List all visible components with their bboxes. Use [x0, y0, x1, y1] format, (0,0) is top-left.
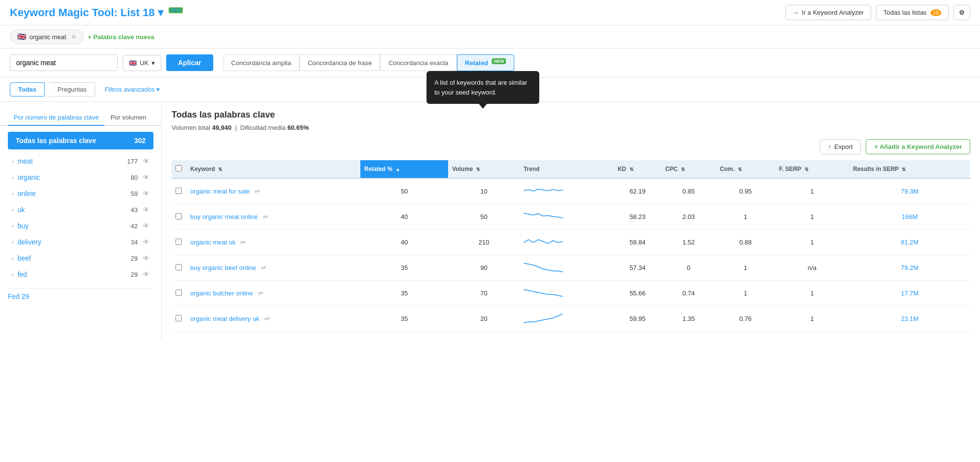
- row-checkbox-1[interactable]: [176, 213, 182, 219]
- col-keyword[interactable]: Keyword ⇅: [186, 160, 360, 178]
- eye-icon-online[interactable]: 👁: [143, 190, 150, 197]
- analyzer-button-label: Ir a Keyword Analyzer: [802, 9, 864, 16]
- apply-button[interactable]: Aplicar: [166, 54, 213, 71]
- keyword-link-0[interactable]: organic meat for sale: [190, 188, 250, 195]
- tabs-bar: 🇬🇧 organic meat ✕ + Palabra clave nueva: [0, 25, 980, 49]
- sidebar-item-label-fed: fed: [18, 270, 131, 278]
- header-left: Keyword Magic Tool: List 18 ▾ NEW: [10, 6, 183, 19]
- col-volume[interactable]: Volume ⇅: [448, 160, 520, 178]
- chevron-right-icon-6: ›: [12, 239, 14, 245]
- eye-icon-beef[interactable]: 👁: [143, 254, 150, 262]
- col-related-pct[interactable]: Related % ▲: [360, 160, 448, 178]
- analyzer-button[interactable]: → Ir a Keyword Analyzer: [785, 5, 871, 20]
- filter-icon-4[interactable]: ⇌: [258, 290, 263, 297]
- row-cpc-cell: 1.35: [661, 306, 716, 332]
- filter-icon-1[interactable]: ⇌: [263, 213, 268, 220]
- row-trend-cell: [520, 306, 614, 332]
- row-checkbox-5[interactable]: [176, 315, 182, 321]
- col-fserp[interactable]: F. SERP ⇅: [775, 160, 849, 178]
- eye-icon-meat[interactable]: 👁: [143, 157, 150, 165]
- sidebar-item-buy[interactable]: › buy 42 👁: [4, 218, 157, 234]
- eye-icon-uk[interactable]: 👁: [143, 206, 150, 214]
- filter-icon-5[interactable]: ⇌: [264, 315, 270, 322]
- row-cpc-cell: 0.74: [661, 281, 716, 306]
- list-dropdown-icon[interactable]: ▾: [158, 6, 163, 19]
- sidebar-item-uk[interactable]: › uk 43 👁: [4, 202, 157, 218]
- related-tab-label: Related: [465, 59, 488, 67]
- row-fserp-cell: 1: [775, 306, 849, 332]
- filter-icon-3[interactable]: ⇌: [261, 264, 266, 271]
- sidebar-tab-volumen[interactable]: Por volumen: [104, 110, 152, 126]
- row-results-cell: 17.7M: [849, 281, 970, 306]
- add-to-analyzer-button[interactable]: + Añadir a Keyword Analyzer: [866, 139, 970, 154]
- sidebar-item-online[interactable]: › online 59 👁: [4, 186, 157, 201]
- table-row: organic butcher online ⇌ 35 70 55.66 0.7…: [172, 281, 970, 306]
- content-title: Todas las palabras clave: [172, 110, 970, 120]
- sidebar-all-label: Todas las palabras clave: [16, 137, 96, 145]
- filtros-button[interactable]: Filtros avanzados ▾: [105, 86, 160, 93]
- close-icon[interactable]: ✕: [71, 33, 76, 41]
- results-link-5[interactable]: 23.1M: [901, 315, 918, 322]
- table-row: organic meat for sale ⇌ 50 10 62.19 0.85…: [172, 178, 970, 204]
- keyword-link-2[interactable]: organic meat uk: [190, 239, 236, 246]
- col-cpc[interactable]: CPC ⇅: [661, 160, 716, 178]
- results-link-3[interactable]: 79.2M: [901, 264, 918, 271]
- row-related-cell: 40: [360, 230, 448, 255]
- sidebar-item-meat[interactable]: › meat 177 👁: [4, 153, 157, 169]
- filter-icon-2[interactable]: ⇌: [240, 239, 246, 246]
- eye-icon-delivery[interactable]: 👁: [143, 238, 150, 246]
- table-row: buy organic meat online ⇌ 40 50 58.23 2.…: [172, 204, 970, 230]
- tab-concordancia-amplia[interactable]: Concordancia amplia: [223, 54, 300, 71]
- tab-related[interactable]: Related NEW: [457, 54, 515, 71]
- row-checkbox-2[interactable]: [176, 239, 182, 245]
- results-link-2[interactable]: 81.2M: [901, 239, 918, 246]
- keyword-link-1[interactable]: buy organic meat online: [190, 213, 258, 220]
- sidebar-tab-num-palabras[interactable]: Por número de palabras clave: [8, 110, 104, 126]
- col-kd[interactable]: KD ⇅: [614, 160, 661, 178]
- tab-concordancia-frase[interactable]: Concordancia de frase: [300, 54, 380, 71]
- row-checkbox-4[interactable]: [176, 290, 182, 296]
- eye-icon-fed[interactable]: 👁: [143, 270, 150, 278]
- row-checkbox-col: [172, 178, 186, 204]
- country-select[interactable]: 🇬🇧 UK ▾: [123, 55, 161, 71]
- row-kd-cell: 59.95: [614, 306, 661, 332]
- row-volume-cell: 50: [448, 204, 520, 230]
- keyword-tab[interactable]: 🇬🇧 organic meat ✕: [10, 29, 84, 44]
- filter-icon-0[interactable]: ⇌: [254, 188, 260, 195]
- sort-icon-results: ⇅: [902, 167, 905, 172]
- results-link-4[interactable]: 17.7M: [901, 290, 918, 297]
- preguntas-button[interactable]: Preguntas: [50, 82, 95, 97]
- sidebar-item-delivery[interactable]: › delivery 34 👁: [4, 234, 157, 250]
- eye-icon-buy[interactable]: 👁: [143, 222, 150, 230]
- keyword-link-4[interactable]: organic butcher online: [190, 290, 253, 297]
- chevron-right-icon-2: ›: [12, 174, 14, 180]
- sidebar-item-organic[interactable]: › organic 80 👁: [4, 170, 157, 185]
- todas-button[interactable]: Todas: [10, 82, 45, 97]
- results-link-1[interactable]: 166M: [902, 213, 918, 220]
- col-results[interactable]: Results in SERP ⇅: [849, 160, 970, 178]
- row-related-cell: 35: [360, 255, 448, 281]
- row-cpc-cell: 2.03: [661, 204, 716, 230]
- sidebar-item-fed[interactable]: › fed 29 👁: [4, 267, 157, 282]
- row-keyword-cell: organic meat uk ⇌: [186, 230, 360, 255]
- row-checkbox-0[interactable]: [176, 188, 182, 194]
- select-all-checkbox[interactable]: [176, 165, 182, 171]
- keyword-link-3[interactable]: buy organic beef online: [190, 264, 256, 271]
- content-actions: ↑ Export + Añadir a Keyword Analyzer: [172, 139, 970, 154]
- row-checkbox-col: [172, 204, 186, 230]
- tab-concordancia-exacta[interactable]: Concordancia exacta: [380, 54, 456, 71]
- listas-button[interactable]: Todas las listas 19: [876, 5, 949, 20]
- keyword-link-5[interactable]: organic meat delivery uk: [190, 315, 259, 322]
- row-related-cell: 50: [360, 178, 448, 204]
- gear-button[interactable]: ⚙: [954, 5, 970, 20]
- row-checkbox-3[interactable]: [176, 264, 182, 270]
- eye-icon-organic[interactable]: 👁: [143, 173, 150, 181]
- sidebar-all-row[interactable]: Todas las palabras clave 302: [8, 132, 153, 149]
- listas-count-badge: 19: [930, 9, 941, 16]
- results-link-0[interactable]: 79.3M: [901, 188, 918, 195]
- add-keyword-button[interactable]: + Palabra clave nueva: [88, 33, 154, 41]
- col-com[interactable]: Com. ⇅: [716, 160, 775, 178]
- export-button[interactable]: ↑ Export: [820, 139, 861, 154]
- search-input[interactable]: [10, 54, 118, 71]
- sidebar-item-beef[interactable]: › beef 29 👁: [4, 250, 157, 266]
